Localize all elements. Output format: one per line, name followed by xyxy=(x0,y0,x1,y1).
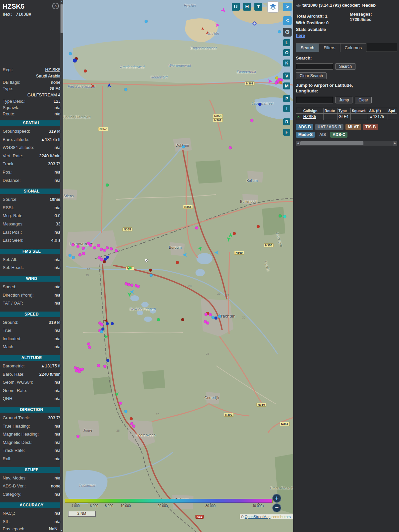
aircraft-marker[interactable] xyxy=(124,88,127,91)
tab[interactable]: Columns xyxy=(340,43,366,52)
aircraft-marker[interactable] xyxy=(81,368,84,371)
column-header[interactable]: Squawk xyxy=(351,108,368,114)
aircraft-marker[interactable] xyxy=(103,249,106,252)
filter-chip[interactable]: TIS-B xyxy=(363,124,378,130)
aircraft-row[interactable]: ✈ HZSK5 GLF4 ▲13175 xyxy=(296,114,397,120)
aircraft-marker[interactable] xyxy=(110,247,113,250)
scroll-thumb[interactable] xyxy=(300,141,363,145)
map-layer-button[interactable]: M xyxy=(283,82,290,89)
aircraft-marker[interactable] xyxy=(195,226,198,229)
aircraft-marker[interactable] xyxy=(98,256,101,259)
aircraft-marker[interactable] xyxy=(71,243,74,246)
aircraft-marker[interactable] xyxy=(137,285,140,288)
map-layer-button[interactable]: K xyxy=(283,60,290,66)
scroll-down-icon[interactable]: ▼ xyxy=(60,529,63,532)
aircraft-marker[interactable] xyxy=(73,59,77,63)
aircraft-marker[interactable] xyxy=(127,283,130,286)
search-input[interactable] xyxy=(296,63,333,70)
aircraft-marker[interactable] xyxy=(82,252,85,255)
aircraft-marker[interactable] xyxy=(145,259,148,262)
aircraft-marker[interactable] xyxy=(97,364,100,367)
map-canvas[interactable] xyxy=(63,0,293,532)
aircraft-marker[interactable] xyxy=(115,249,118,252)
aircraft-marker[interactable] xyxy=(84,69,87,72)
aircraft-marker[interactable] xyxy=(150,274,153,277)
map[interactable]: FryslânDe HônEngelsmanplaatWierumerwadAm… xyxy=(63,0,293,532)
aircraft-marker[interactable] xyxy=(130,284,133,287)
scroll-right-icon[interactable]: ▶ xyxy=(393,141,397,146)
aircraft-marker[interactable] xyxy=(106,246,109,249)
column-header[interactable] xyxy=(296,108,302,114)
horizontal-scrollbar[interactable]: ◀ ▶ xyxy=(296,141,397,146)
filter-chip[interactable]: MLAT xyxy=(345,124,361,130)
column-header[interactable]: Callsign xyxy=(302,108,324,114)
filter-chip[interactable]: ADS-C xyxy=(330,132,347,138)
aircraft-marker[interactable] xyxy=(89,244,92,247)
map-layer-button[interactable]: P xyxy=(283,95,290,102)
sidebar-collapse-icon[interactable]: < xyxy=(283,16,292,25)
layers-control[interactable] xyxy=(267,1,279,13)
zoom-out-button[interactable]: − xyxy=(272,503,281,512)
aircraft-marker[interactable] xyxy=(229,146,232,149)
scroll-thumb[interactable] xyxy=(61,4,63,33)
sidebar-scrollbar[interactable]: ▲ ▼ xyxy=(60,0,63,532)
column-header[interactable]: Route xyxy=(324,108,337,114)
aircraft-marker[interactable] xyxy=(182,145,185,148)
zoom-in-button[interactable]: + xyxy=(272,494,281,503)
aircraft-marker[interactable] xyxy=(103,260,106,263)
map-layer-button[interactable]: R xyxy=(283,118,290,125)
aircraft-marker[interactable] xyxy=(106,184,109,187)
map-layer-button[interactable]: O xyxy=(283,49,290,56)
aircraft-marker[interactable] xyxy=(111,322,114,325)
aircraft-marker[interactable] xyxy=(69,52,72,55)
aircraft-marker[interactable] xyxy=(106,322,109,325)
aircraft-marker[interactable] xyxy=(258,103,261,106)
search-button[interactable]: Search xyxy=(335,63,355,70)
map-layer-button[interactable]: V xyxy=(283,72,290,79)
jump-button[interactable]: Jump xyxy=(335,97,352,103)
aircraft-marker[interactable] xyxy=(100,330,103,333)
aircraft-marker[interactable] xyxy=(145,20,148,23)
aircraft-marker[interactable] xyxy=(76,435,79,438)
aircraft-marker[interactable] xyxy=(88,346,91,349)
aircraft-marker[interactable] xyxy=(106,256,109,259)
readsb-link[interactable]: readsb xyxy=(361,3,376,8)
aircraft-marker[interactable] xyxy=(82,247,85,250)
aircraft-marker[interactable] xyxy=(78,370,81,373)
tar1090-link[interactable]: tar1090 xyxy=(303,3,318,8)
aircraft-marker[interactable] xyxy=(283,215,286,218)
map-toggle-button[interactable]: U xyxy=(232,3,240,11)
aircraft-marker[interactable] xyxy=(157,318,160,321)
column-header[interactable]: Alt. (ft) xyxy=(368,108,387,114)
aircraft-marker[interactable] xyxy=(119,402,122,405)
aircraft-marker[interactable] xyxy=(76,245,79,248)
aircraft-marker[interactable] xyxy=(124,410,127,413)
aircraft-marker[interactable] xyxy=(93,246,96,249)
aircraft-marker[interactable] xyxy=(176,261,179,264)
sidebar-expand-icon[interactable]: > xyxy=(283,3,292,11)
panel-collapse-icon[interactable]: ◀▶ xyxy=(296,3,300,7)
filter-chip[interactable]: AIS xyxy=(317,132,328,138)
aircraft-marker[interactable] xyxy=(211,316,214,319)
aircraft-marker[interactable] xyxy=(72,256,75,259)
aircraft-marker[interactable] xyxy=(78,253,81,256)
aircraft-marker[interactable] xyxy=(103,365,106,368)
close-icon[interactable]: × xyxy=(52,3,59,9)
aircraft-marker[interactable] xyxy=(257,225,260,228)
aircraft-marker[interactable] xyxy=(233,232,236,235)
aircraft-marker[interactable] xyxy=(278,30,281,33)
aircraft-marker[interactable] xyxy=(87,342,90,345)
aircraft-marker[interactable] xyxy=(214,317,217,320)
aircraft-marker[interactable] xyxy=(149,269,152,272)
map-layer-button[interactable]: F xyxy=(283,129,290,136)
aircraft-marker[interactable] xyxy=(275,81,278,84)
callsign-link[interactable]: HZSK5 xyxy=(303,114,316,119)
jump-input[interactable] xyxy=(296,97,333,103)
filter-chip[interactable]: UAT / ADS-R xyxy=(315,124,343,130)
aircraft-marker[interactable] xyxy=(204,313,207,316)
osm-link[interactable]: OpenStreetMap xyxy=(245,515,271,519)
aircraft-marker[interactable] xyxy=(206,322,209,325)
aircraft-marker[interactable] xyxy=(100,248,103,251)
column-header[interactable]: Spd xyxy=(387,108,397,114)
aircraft-marker[interactable] xyxy=(68,254,71,257)
